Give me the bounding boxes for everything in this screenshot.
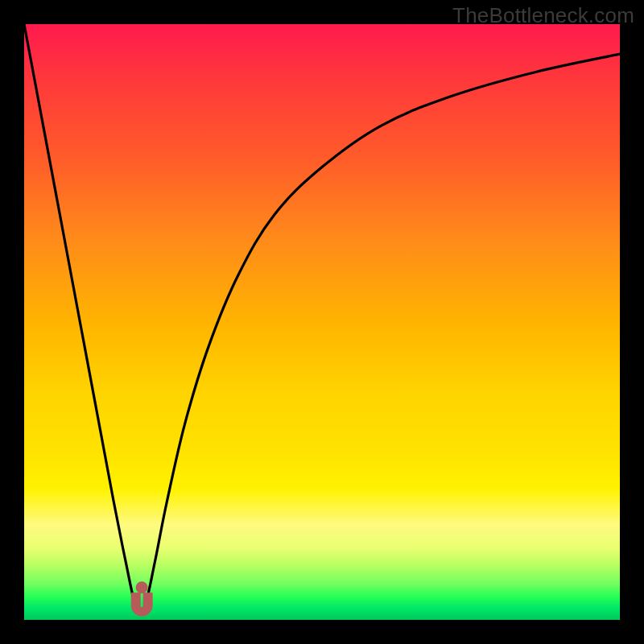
bottleneck-curve-svg — [24, 24, 620, 620]
watermark-text: TheBottleneck.com — [452, 3, 634, 28]
bottleneck-curve-path — [24, 24, 620, 614]
optimal-point-marker — [131, 593, 152, 616]
optimal-point-dot — [136, 581, 148, 593]
plot-area — [24, 24, 620, 620]
